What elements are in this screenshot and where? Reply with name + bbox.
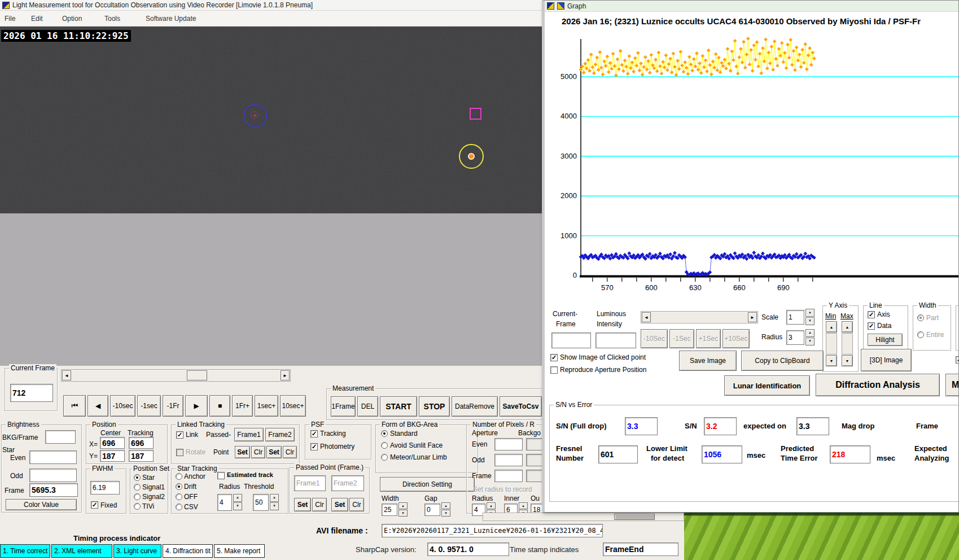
- stop-button[interactable]: STOP: [419, 396, 450, 417]
- graph-current-frame-input[interactable]: [551, 333, 591, 348]
- timestamp-indicates-input[interactable]: FrameEnd: [603, 542, 678, 556]
- tracking-drift-radio[interactable]: [176, 483, 182, 490]
- sharpcap-input[interactable]: 4. 0. 9571. 0: [427, 542, 509, 556]
- bkg-gap-input[interactable]: 0: [424, 504, 440, 516]
- y-max-up-button[interactable]: ▲: [842, 321, 853, 333]
- tab-time-correct[interactable]: 1. Time correct: [0, 544, 50, 558]
- stop-playback-button[interactable]: ■: [209, 395, 230, 417]
- reproduce-checkbox[interactable]: [550, 366, 558, 374]
- frame-scrollbar[interactable]: ◄ ►: [61, 369, 291, 382]
- graph-radius-spinner[interactable]: ▲▼: [805, 329, 815, 346]
- graph-scrollbar[interactable]: ◄ ►: [641, 311, 758, 323]
- lower-limit-value[interactable]: 1056: [702, 445, 742, 463]
- linked-set2-button[interactable]: Set: [266, 446, 282, 458]
- scale-spinner[interactable]: ▲▼: [805, 309, 815, 326]
- position-set-tivi-radio[interactable]: [134, 503, 141, 510]
- graph-scroll-right[interactable]: ►: [748, 312, 757, 322]
- more-analysis-button[interactable]: M: [945, 374, 959, 396]
- sn-full-drop-value[interactable]: 3.3: [625, 417, 658, 435]
- scroll-thumb[interactable]: [187, 370, 207, 380]
- light-curve-chart[interactable]: 010002000300040005000570600630660690: [546, 29, 959, 295]
- tracking-radius-spinner[interactable]: ▲▼: [233, 494, 242, 511]
- rewind-button[interactable]: ⏮: [63, 395, 86, 417]
- scroll-left-arrow[interactable]: ◄: [62, 370, 71, 380]
- save-to-csv-button[interactable]: SaveToCsv: [500, 396, 542, 417]
- minus-10sec-graph-button[interactable]: -10Sec: [641, 329, 668, 348]
- position-set-signal2-radio[interactable]: [134, 493, 141, 500]
- bkg-width-input[interactable]: 25: [382, 504, 397, 516]
- tab-light-curve[interactable]: 3. Light curve: [113, 544, 161, 558]
- fwhm-fixed-checkbox[interactable]: [91, 501, 98, 509]
- tracking-radius-input[interactable]: 4: [217, 494, 232, 511]
- position-y-center[interactable]: 187: [100, 450, 125, 462]
- tracking-off-radio[interactable]: [176, 493, 182, 500]
- start-button[interactable]: START: [380, 396, 417, 417]
- menu-software-update[interactable]: Software Update: [146, 15, 196, 23]
- position-x-center[interactable]: 696: [100, 437, 125, 449]
- y-min-up-button[interactable]: ▲: [826, 321, 837, 333]
- hilight-button[interactable]: Hilight: [868, 334, 903, 346]
- fresnel-value[interactable]: 601: [598, 445, 638, 463]
- scale-input[interactable]: 1: [786, 310, 804, 325]
- line-axis-checkbox[interactable]: [868, 311, 875, 318]
- fwhm-input[interactable]: 6.19: [90, 481, 120, 495]
- menu-tools[interactable]: Tools: [104, 15, 120, 23]
- bkg-standard-radio[interactable]: [381, 430, 388, 437]
- graph-radius-input[interactable]: 3: [786, 330, 804, 345]
- minus-1sec-button[interactable]: -1sec: [137, 395, 161, 417]
- plus-10sec-graph-button[interactable]: +10Sec: [722, 329, 750, 348]
- image-3d-button[interactable]: [3D] Image: [861, 349, 912, 371]
- estimated-track-checkbox[interactable]: [217, 472, 225, 479]
- tracking-anchor-radio[interactable]: [176, 473, 182, 480]
- minus-1sec-graph-button[interactable]: -1Sec: [669, 329, 694, 348]
- data-remove-button[interactable]: DataRemove: [452, 396, 498, 417]
- width-entire-radio[interactable]: [917, 331, 924, 338]
- psf-tracking-checkbox[interactable]: [310, 430, 318, 438]
- linked-frame2-button[interactable]: Frame2: [265, 428, 295, 441]
- y-max-down-button[interactable]: ▼: [842, 355, 853, 366]
- cutoff-checkbox[interactable]: [956, 356, 959, 364]
- bkg-gap-spinner[interactable]: ▲▼: [441, 502, 450, 517]
- lunar-identification-button[interactable]: Lunar Identification: [724, 375, 810, 396]
- bkg-sunlit-radio[interactable]: [381, 442, 388, 449]
- plus-1frame-button[interactable]: 1Fr+: [232, 395, 253, 417]
- expected-on-value[interactable]: 3.3: [796, 417, 829, 435]
- current-frame-input[interactable]: 712: [10, 384, 53, 402]
- position-x-tracking[interactable]: 696: [129, 437, 154, 449]
- link-checkbox[interactable]: [176, 431, 183, 439]
- direction-setting-button[interactable]: Direction Setting: [380, 477, 475, 492]
- position-set-signal1-radio[interactable]: [134, 484, 141, 491]
- plus-1sec-graph-button[interactable]: +1Sec: [696, 329, 721, 348]
- copy-clipboard-button[interactable]: Copy to ClipBoard: [741, 351, 824, 371]
- diffraction-analysis-button[interactable]: Diffraction Analysis: [816, 374, 940, 396]
- del-button[interactable]: DEL: [357, 396, 378, 417]
- pixels-odd-aperture[interactable]: [494, 454, 523, 466]
- bkg-meteor-radio[interactable]: [381, 454, 388, 461]
- show-image-checkbox[interactable]: [550, 354, 558, 361]
- measure-1frame-button[interactable]: 1Frame: [331, 396, 356, 417]
- passed-set1-button[interactable]: Set: [294, 498, 311, 511]
- video-frame[interactable]: 2026 01 16 11:10:22:925: [0, 27, 543, 213]
- y-min-track[interactable]: [826, 333, 837, 355]
- line-data-checkbox[interactable]: [868, 322, 875, 330]
- minus-10sec-button[interactable]: -10sec: [110, 395, 135, 417]
- linked-set1-button[interactable]: Set: [235, 446, 250, 458]
- linked-clr2-button[interactable]: Clr: [283, 446, 297, 458]
- graph-titlebar[interactable]: Graph: [545, 1, 958, 12]
- passed-clr1-button[interactable]: Clr: [312, 498, 327, 511]
- menu-edit[interactable]: Edit: [31, 15, 43, 23]
- bottom-scrollbar[interactable]: [483, 513, 684, 521]
- linked-frame1-button[interactable]: Frame1: [234, 428, 264, 441]
- color-value-button[interactable]: Color Value: [6, 499, 77, 510]
- step-back-button[interactable]: ◀: [87, 395, 108, 417]
- linked-clr1-button[interactable]: Clr: [251, 446, 265, 458]
- avi-filename-input[interactable]: E:¥2026¥20260117_2321_Luznicee¥2026-01-1…: [382, 524, 603, 537]
- menu-file[interactable]: File: [5, 15, 15, 23]
- star-odd-input[interactable]: [29, 469, 77, 482]
- star-frame-input[interactable]: 5695.3: [29, 483, 78, 497]
- tab-diffraction[interactable]: 4. Diffraction tit: [163, 544, 213, 558]
- save-image-button[interactable]: Save Image: [679, 351, 737, 371]
- pixels-frame-aperture[interactable]: [494, 470, 523, 482]
- pixels-even-aperture[interactable]: [494, 438, 523, 450]
- position-y-tracking[interactable]: 187: [129, 450, 154, 462]
